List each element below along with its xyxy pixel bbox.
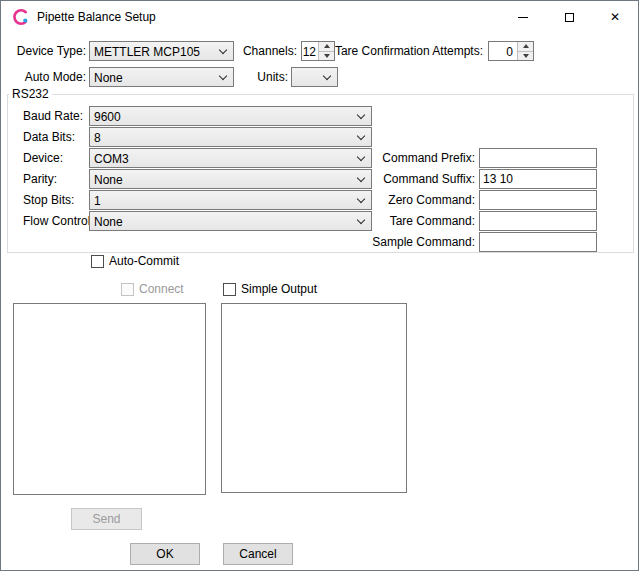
flow-control-value: None: [94, 215, 123, 229]
parity-select[interactable]: None: [89, 169, 372, 189]
title-bar[interactable]: Pipette Balance Setup ✕: [1, 1, 638, 33]
pipette-balance-setup-dialog: Pipette Balance Setup ✕ Device Type: MET…: [0, 0, 639, 571]
stop-bits-select[interactable]: 1: [89, 190, 372, 210]
connect-checkbox: Connect: [121, 282, 184, 296]
tare-command-label: Tare Command:: [355, 214, 475, 228]
chevron-down-icon: [219, 72, 227, 80]
parity-label: Parity:: [23, 172, 57, 186]
triangle-up-icon: [523, 44, 529, 48]
auto-commit-label: Auto-Commit: [109, 254, 179, 268]
device-type-label: Device Type:: [5, 44, 86, 58]
window-title: Pipette Balance Setup: [37, 10, 156, 24]
minimize-icon: [518, 17, 528, 18]
device-type-select[interactable]: METTLER MCP105: [89, 41, 234, 61]
app-logo-icon: [12, 8, 30, 26]
data-bits-label: Data Bits:: [23, 130, 75, 144]
tare-spin-buttons: [517, 42, 533, 60]
auto-mode-select[interactable]: None: [89, 67, 234, 87]
flow-control-label: Flow Control:: [23, 214, 94, 228]
auto-commit-checkbox[interactable]: Auto-Commit: [91, 254, 179, 268]
tare-command-input[interactable]: [479, 211, 597, 231]
parity-value: None: [94, 173, 123, 187]
tare-attempts-spinner[interactable]: 0: [488, 41, 534, 61]
connect-label: Connect: [139, 282, 184, 296]
close-icon: ✕: [610, 11, 620, 23]
data-bits-value: 8: [94, 131, 101, 145]
auto-mode-label: Auto Mode:: [5, 70, 86, 84]
maximize-icon: [565, 13, 574, 22]
right-output-listbox[interactable]: [221, 303, 407, 493]
command-suffix-label: Command Suffix:: [355, 172, 475, 186]
chevron-down-icon: [323, 72, 331, 80]
device-value: COM3: [94, 152, 129, 166]
window-controls: ✕: [500, 1, 638, 33]
ok-button[interactable]: OK: [130, 543, 200, 565]
command-prefix-input[interactable]: [479, 148, 597, 168]
tare-attempts-label: Tare Confirmation Attempts:: [321, 44, 483, 58]
sample-command-label: Sample Command:: [355, 235, 475, 249]
close-button[interactable]: ✕: [592, 1, 638, 33]
command-prefix-label: Command Prefix:: [355, 151, 475, 165]
simple-output-checkbox[interactable]: Simple Output: [223, 282, 317, 296]
chevron-down-icon: [219, 46, 227, 54]
rs232-group-title: RS232: [9, 87, 52, 101]
chevron-down-icon: [357, 132, 365, 140]
zero-command-label: Zero Command:: [355, 193, 475, 207]
data-bits-select[interactable]: 8: [89, 127, 372, 147]
stop-bits-value: 1: [94, 194, 101, 208]
baud-rate-label: Baud Rate:: [23, 109, 83, 123]
tare-attempts-value: 0: [489, 45, 513, 59]
zero-command-input[interactable]: [479, 190, 597, 210]
flow-control-select[interactable]: None: [89, 211, 372, 231]
cancel-button[interactable]: Cancel: [223, 543, 293, 565]
spin-up-button[interactable]: [518, 42, 533, 51]
channels-value: 12: [302, 45, 316, 59]
sample-command-input[interactable]: [479, 232, 597, 252]
units-label: Units:: [241, 70, 288, 84]
send-button: Send: [71, 508, 142, 530]
stop-bits-label: Stop Bits:: [23, 193, 74, 207]
checkbox-box[interactable]: [223, 283, 236, 296]
minimize-button[interactable]: [500, 1, 546, 33]
checkbox-box[interactable]: [91, 255, 104, 268]
chevron-down-icon: [357, 111, 365, 119]
units-select[interactable]: [291, 67, 338, 87]
baud-rate-value: 9600: [94, 110, 121, 124]
device-label: Device:: [23, 151, 63, 165]
simple-output-label: Simple Output: [241, 282, 317, 296]
spin-down-button[interactable]: [518, 51, 533, 61]
command-suffix-input[interactable]: [479, 169, 597, 189]
triangle-down-icon: [523, 54, 529, 58]
auto-mode-value: None: [94, 71, 123, 85]
baud-rate-select[interactable]: 9600: [89, 106, 372, 126]
maximize-button[interactable]: [546, 1, 592, 33]
device-type-value: METTLER MCP105: [94, 45, 200, 59]
device-select[interactable]: COM3: [89, 148, 372, 168]
channels-label: Channels:: [233, 44, 297, 58]
left-output-listbox[interactable]: [13, 303, 206, 495]
checkbox-box: [121, 283, 134, 296]
